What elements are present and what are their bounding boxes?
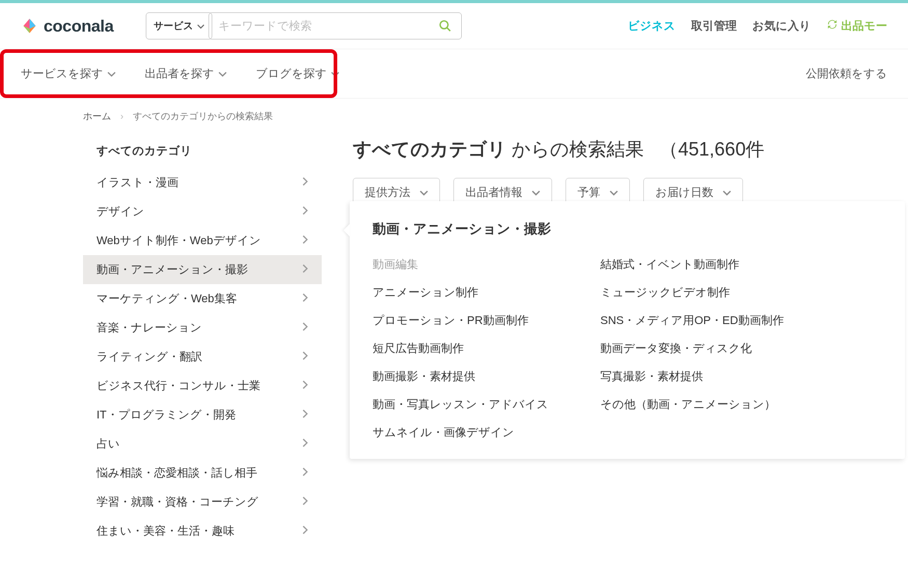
filter-label: お届け日数: [655, 185, 713, 200]
logo-text: coconala: [44, 17, 114, 36]
content-area: すべてのカテゴリ からの検索結果 （451,660件 提供方法出品者情報予算お届…: [353, 134, 908, 545]
sidebar-item-label: 動画・アニメーション・撮影: [97, 262, 248, 277]
sidebar-item[interactable]: ライティング・翻訳: [83, 342, 322, 371]
svg-point-0: [440, 21, 448, 29]
breadcrumb-separator: ›: [120, 111, 123, 122]
chevron-right-icon: [302, 467, 308, 479]
sidebar-item[interactable]: 住まい・美容・生活・趣味: [83, 516, 322, 545]
nav-public-request[interactable]: 公開依頼をする: [806, 66, 887, 81]
flyout-link[interactable]: 動画・写真レッスン・アドバイス: [373, 397, 548, 412]
chevron-right-icon: [302, 351, 308, 363]
sidebar-item[interactable]: イラスト・漫画: [83, 168, 322, 197]
header-link-favorites[interactable]: お気に入り: [752, 18, 811, 34]
chevron-down-icon: [532, 186, 540, 199]
sidebar-item[interactable]: Webサイト制作・Webデザイン: [83, 226, 322, 255]
result-count: （451,660件: [659, 138, 764, 160]
chevron-down-icon: [420, 186, 428, 199]
flyout-col-right: 結婚式・イベント動画制作ミュージックビデオ制作SNS・メディア用OP・ED動画制…: [600, 257, 784, 440]
category-sidebar: すべてのカテゴリ イラスト・漫画デザインWebサイト制作・Webデザイン動画・ア…: [83, 134, 322, 545]
sidebar-item[interactable]: デザイン: [83, 197, 322, 226]
search-box: [209, 12, 462, 39]
sidebar-item[interactable]: マーケティング・Web集客: [83, 284, 322, 313]
sidebar-item-label: Webサイト制作・Webデザイン: [97, 233, 261, 248]
category-flyout: 動画・アニメーション・撮影 動画編集アニメーション制作プロモーション・PR動画制…: [350, 201, 905, 459]
sidebar-item[interactable]: IT・プログラミング・開発: [83, 400, 322, 429]
refresh-icon: [827, 19, 838, 33]
flyout-link[interactable]: ミュージックビデオ制作: [600, 285, 784, 300]
search-category-selector[interactable]: サービス: [146, 12, 212, 39]
chevron-right-icon: [302, 293, 308, 305]
breadcrumb-home[interactable]: ホーム: [83, 110, 111, 122]
chevron-right-icon: [302, 496, 308, 508]
chevron-down-icon: [197, 20, 204, 32]
nav-label: ブログを探す: [256, 66, 327, 81]
sidebar-item[interactable]: 学習・就職・資格・コーチング: [83, 487, 322, 516]
sidebar-item[interactable]: ビジネス代行・コンサル・士業: [83, 371, 322, 400]
chevron-right-icon: [302, 264, 308, 276]
logo-icon: [21, 17, 38, 35]
filter-label: 提供方法: [365, 185, 410, 200]
svg-line-1: [447, 27, 450, 31]
sidebar-item-label: 占い: [97, 436, 120, 452]
search-area: サービス: [146, 12, 462, 39]
nav-item-sellers[interactable]: 出品者を探す: [145, 57, 227, 91]
chevron-right-icon: [302, 409, 308, 421]
sidebar-item-label: イラスト・漫画: [97, 175, 178, 190]
sidebar-item[interactable]: 占い: [83, 429, 322, 458]
sidebar-item[interactable]: 悩み相談・恋愛相談・話し相手: [83, 458, 322, 487]
flyout-link[interactable]: アニメーション制作: [373, 285, 548, 300]
sidebar-item[interactable]: 音楽・ナレーション: [83, 313, 322, 342]
sidebar-item-label: 音楽・ナレーション: [97, 320, 202, 335]
chevron-right-icon: [302, 380, 308, 392]
flyout-link[interactable]: SNS・メディア用OP・ED動画制作: [600, 313, 784, 328]
header-link-list-mode[interactable]: 出品モー: [827, 18, 887, 34]
filter-label: 予算: [577, 185, 600, 200]
flyout-link[interactable]: 結婚式・イベント動画制作: [600, 257, 784, 272]
header-links: ビジネス 取引管理 お気に入り 出品モー: [628, 18, 887, 34]
sidebar-item-label: 学習・就職・資格・コーチング: [97, 494, 258, 510]
flyout-link[interactable]: その他（動画・アニメーション）: [600, 397, 784, 412]
nav-label: 出品者を探す: [145, 66, 214, 81]
page-title: すべてのカテゴリ からの検索結果 （451,660件: [353, 134, 908, 178]
sidebar-item-label: 悩み相談・恋愛相談・話し相手: [97, 465, 257, 481]
chevron-right-icon: [302, 206, 308, 218]
flyout-link[interactable]: 動画撮影・素材提供: [373, 369, 548, 384]
sidebar-item-label: IT・プログラミング・開発: [97, 407, 236, 423]
header-link-transactions[interactable]: 取引管理: [691, 18, 737, 34]
chevron-right-icon: [302, 525, 308, 537]
sidebar-item-label: ライティング・翻訳: [97, 349, 202, 365]
header-link-list-mode-label: 出品モー: [841, 18, 887, 34]
nav-label: サービスを探す: [21, 66, 103, 81]
flyout-link[interactable]: 写真撮影・素材提供: [600, 369, 784, 384]
top-header: coconala サービス ビジネス 取引管理 お気に入り 出品モー: [0, 3, 908, 49]
chevron-down-icon: [218, 67, 227, 80]
sidebar-item-label: マーケティング・Web集客: [97, 291, 237, 306]
chevron-down-icon: [107, 67, 116, 80]
nav-item-blogs[interactable]: ブログを探す: [256, 57, 339, 91]
search-input[interactable]: [218, 13, 438, 39]
logo[interactable]: coconala: [21, 17, 114, 36]
chevron-right-icon: [302, 177, 308, 189]
chevron-down-icon: [723, 186, 731, 199]
header-link-business[interactable]: ビジネス: [628, 18, 676, 34]
flyout-link[interactable]: プロモーション・PR動画制作: [373, 313, 548, 328]
filter-label: 出品者情報: [465, 185, 522, 200]
chevron-down-icon: [610, 186, 618, 199]
sidebar-item-label: デザイン: [97, 204, 144, 219]
chevron-down-icon: [331, 67, 339, 80]
search-icon[interactable]: [438, 19, 452, 33]
breadcrumb-current: すべてのカテゴリからの検索結果: [133, 110, 273, 122]
chevron-right-icon: [302, 322, 308, 334]
nav-item-services[interactable]: サービスを探す: [21, 57, 116, 91]
sidebar-item[interactable]: 動画・アニメーション・撮影: [83, 255, 322, 284]
flyout-col-left: 動画編集アニメーション制作プロモーション・PR動画制作短尺広告動画制作動画撮影・…: [373, 257, 548, 440]
sidebar-item-label: 住まい・美容・生活・趣味: [97, 523, 235, 539]
search-category-label: サービス: [154, 19, 193, 33]
chevron-right-icon: [302, 438, 308, 450]
flyout-link[interactable]: 動画データ変換・ディスク化: [600, 341, 784, 356]
flyout-link[interactable]: 短尺広告動画制作: [373, 341, 548, 356]
title-bold: すべてのカテゴリ: [353, 138, 506, 160]
sidebar-title: すべてのカテゴリ: [83, 134, 322, 168]
flyout-link[interactable]: サムネイル・画像デザイン: [373, 425, 548, 440]
flyout-link[interactable]: 動画編集: [373, 257, 548, 272]
